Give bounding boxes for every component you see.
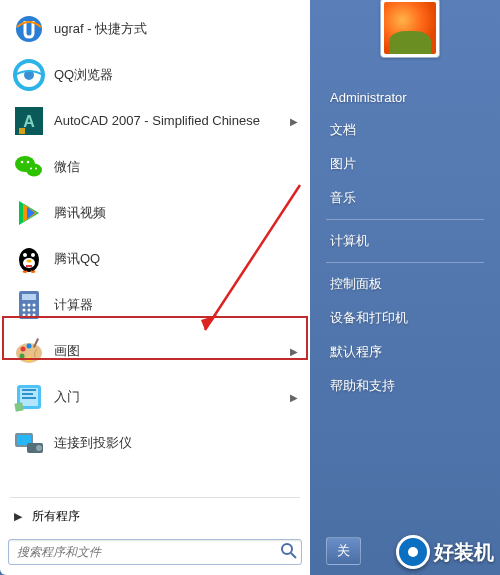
all-programs-label: 所有程序: [32, 508, 80, 525]
program-label: QQ浏览器: [54, 67, 298, 84]
right-menu-controlpanel[interactable]: 控制面板: [326, 267, 484, 301]
program-item-autocad[interactable]: A AutoCAD 2007 - Simplified Chinese ▶: [4, 98, 306, 144]
svg-point-29: [21, 347, 26, 352]
program-item-gettingstarted[interactable]: 入门 ▶: [4, 374, 306, 420]
chevron-right-icon: ▶: [290, 392, 298, 403]
start-menu-left-panel: ugraf - 快捷方式 QQ浏览器 A AutoCAD 2007 - Simp…: [0, 0, 310, 575]
watermark-logo-icon: [396, 535, 430, 569]
program-list: ugraf - 快捷方式 QQ浏览器 A AutoCAD 2007 - Simp…: [0, 0, 310, 495]
svg-point-40: [36, 445, 42, 451]
triangle-right-icon: ▶: [14, 510, 22, 523]
right-menu-computer[interactable]: 计算机: [326, 224, 484, 258]
svg-point-22: [23, 309, 26, 312]
search-input[interactable]: [8, 539, 302, 565]
search-box: [8, 539, 302, 565]
svg-point-19: [23, 304, 26, 307]
program-label: 入门: [54, 389, 286, 406]
svg-point-9: [27, 161, 30, 164]
svg-point-14: [23, 253, 27, 257]
program-label: ugraf - 快捷方式: [54, 21, 298, 38]
svg-point-26: [28, 314, 31, 317]
program-item-paint[interactable]: 画图 ▶: [4, 328, 306, 374]
start-menu-right-panel: Administrator 文档 图片 音乐 计算机 控制面板 设备和打印机 默…: [310, 0, 500, 575]
right-menu-help[interactable]: 帮助和支持: [326, 369, 484, 403]
program-label: 计算器: [54, 297, 298, 314]
program-item-ugraf[interactable]: ugraf - 快捷方式: [4, 6, 306, 52]
autocad-icon: A: [12, 104, 46, 138]
qqbrowser-icon: [12, 58, 46, 92]
svg-point-24: [33, 309, 36, 312]
program-item-projector[interactable]: 连接到投影仪: [4, 420, 306, 466]
watermark: 好装机: [396, 535, 494, 569]
search-icon: [280, 542, 298, 560]
svg-point-27: [33, 314, 36, 317]
svg-point-15: [31, 253, 35, 257]
user-name-item[interactable]: Administrator: [326, 82, 484, 113]
shutdown-button[interactable]: 关: [326, 537, 361, 565]
chevron-right-icon: ▶: [290, 346, 298, 357]
svg-point-7: [26, 164, 42, 177]
watermark-text: 好装机: [434, 539, 494, 566]
flower-icon: [384, 2, 436, 54]
qq-icon: [12, 242, 46, 276]
right-menu-devices[interactable]: 设备和打印机: [326, 301, 484, 335]
svg-rect-36: [14, 402, 23, 411]
right-menu-music[interactable]: 音乐: [326, 181, 484, 215]
program-item-calculator[interactable]: 计算器: [4, 282, 306, 328]
svg-point-16: [27, 260, 32, 263]
separator: [326, 219, 484, 220]
program-label: 画图: [54, 343, 286, 360]
svg-rect-18: [22, 294, 36, 300]
svg-point-11: [35, 168, 37, 170]
all-programs-button[interactable]: ▶ 所有程序: [0, 500, 310, 533]
svg-point-23: [28, 309, 31, 312]
svg-point-31: [20, 354, 25, 359]
program-item-wechat[interactable]: 微信: [4, 144, 306, 190]
svg-text:A: A: [23, 113, 35, 130]
svg-point-21: [33, 304, 36, 307]
program-item-tencentvideo[interactable]: 腾讯视频: [4, 190, 306, 236]
svg-point-32: [27, 357, 32, 362]
ugraf-icon: [12, 12, 46, 46]
right-menu-defaultprograms[interactable]: 默认程序: [326, 335, 484, 369]
program-label: 腾讯视频: [54, 205, 298, 222]
chevron-right-icon: ▶: [290, 116, 298, 127]
program-label: AutoCAD 2007 - Simplified Chinese: [54, 113, 286, 130]
svg-point-30: [27, 344, 32, 349]
program-item-qqbrowser[interactable]: QQ浏览器: [4, 52, 306, 98]
program-label: 连接到投影仪: [54, 435, 298, 452]
gettingstarted-icon: [12, 380, 46, 414]
program-label: 腾讯QQ: [54, 251, 298, 268]
svg-rect-5: [19, 128, 25, 134]
program-item-qq[interactable]: 腾讯QQ: [4, 236, 306, 282]
tencentvideo-icon: [12, 196, 46, 230]
svg-point-8: [21, 161, 24, 164]
projector-icon: [12, 426, 46, 460]
svg-point-10: [30, 168, 32, 170]
program-label: 微信: [54, 159, 298, 176]
right-menu-pictures[interactable]: 图片: [326, 147, 484, 181]
right-menu-documents[interactable]: 文档: [326, 113, 484, 147]
separator: [10, 497, 300, 498]
calculator-icon: [12, 288, 46, 322]
svg-point-20: [28, 304, 31, 307]
svg-line-44: [291, 553, 296, 558]
svg-point-25: [23, 314, 26, 317]
separator: [326, 262, 484, 263]
svg-point-43: [282, 544, 292, 554]
user-avatar[interactable]: [380, 0, 440, 58]
paint-icon: [12, 334, 46, 368]
wechat-icon: [12, 150, 46, 184]
